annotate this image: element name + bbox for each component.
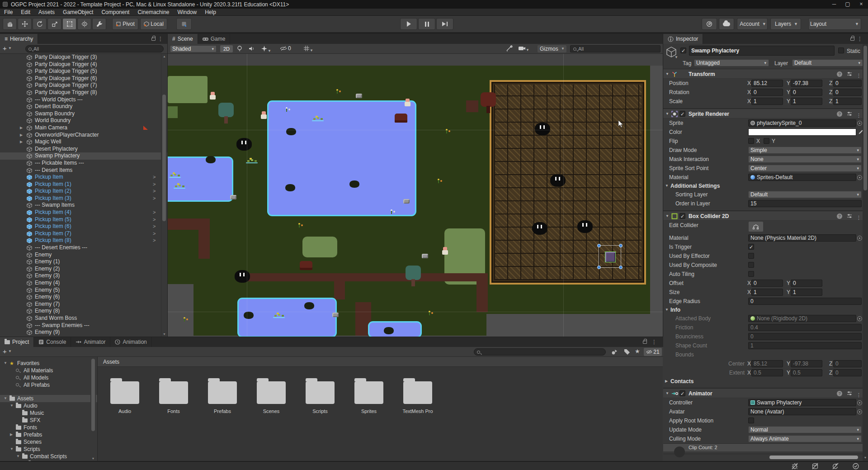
selection-handle[interactable] <box>619 266 623 269</box>
hierarchy-item-pickup-item-3-[interactable]: Pickup Item (3)> <box>0 195 167 202</box>
tab-console[interactable]: Console <box>34 337 71 347</box>
maximize-button[interactable]: ▢ <box>841 0 854 9</box>
offset-x-input[interactable]: 0 <box>751 280 783 287</box>
scale-z-input[interactable]: 1 <box>833 98 862 105</box>
hierarchy-item-enemy-4-[interactable]: Enemy (4) <box>0 280 167 287</box>
cloud-button[interactable] <box>719 18 734 30</box>
hierarchy-item-party-dialogue-trigger-5-[interactable]: Party Dialogue Trigger (5) <box>0 68 167 75</box>
project-search-input[interactable] <box>474 348 606 356</box>
step-button[interactable] <box>436 18 453 30</box>
tree-item-all-materials[interactable]: All Materials <box>0 367 97 374</box>
tab-game[interactable]: Game <box>198 34 231 44</box>
refresh-off-icon[interactable] <box>832 463 839 470</box>
scale-tool-button[interactable] <box>47 18 61 30</box>
selection-handle[interactable] <box>619 244 623 247</box>
kebab-menu-icon[interactable]: ⋮ <box>857 36 863 42</box>
menu-gameobject[interactable]: GameObject <box>59 9 97 16</box>
prefab-open-chevron-icon[interactable]: > <box>153 195 156 202</box>
expand-arrow-icon[interactable]: ▶ <box>20 132 23 139</box>
hierarchy-item-enemy-2-[interactable]: Enemy (2) <box>0 266 167 273</box>
lock-icon[interactable] <box>151 38 156 41</box>
component-header-transform[interactable]: ▼Transform?⋮ <box>663 69 863 79</box>
is-trigger-checkbox[interactable]: ✓ <box>748 244 754 250</box>
lock-icon[interactable] <box>643 341 647 344</box>
hierarchy-item--desert-enemies-[interactable]: --- Desert Enemies --- <box>0 244 167 252</box>
ok-icon[interactable] <box>852 463 859 470</box>
hierarchy-item-pickup-item-5-[interactable]: Pickup Item (5)> <box>0 216 167 223</box>
hierarchy-item-sand-worm-boss[interactable]: Sand Worm Boss <box>0 315 167 322</box>
prefab-open-chevron-icon[interactable]: > <box>153 223 156 230</box>
selection-handle[interactable] <box>597 266 601 269</box>
tree-item-all-prefabs[interactable]: All Prefabs <box>0 381 97 389</box>
hierarchy-item-party-dialogue-trigger-7-[interactable]: Party Dialogue Trigger (7) <box>0 82 167 89</box>
foldout-arrow-icon[interactable]: ▼ <box>665 306 669 314</box>
apply-root-motion-checkbox[interactable] <box>748 418 754 423</box>
tree-item-music[interactable]: Music <box>0 409 97 417</box>
hierarchy-item-pickup-item-7-[interactable]: Pickup Item (7)> <box>0 230 167 237</box>
gizmos-dropdown[interactable]: Gizmos▼ <box>538 45 566 52</box>
hidden-count-button[interactable]: 21 <box>644 348 662 356</box>
sprite-object-field[interactable]: phylacterySprite_0 <box>748 119 856 127</box>
hierarchy-item--pickable-items-[interactable]: --- Pickable Items --- <box>0 160 167 167</box>
object-picker-icon[interactable] <box>857 316 862 321</box>
hierarchy-item-party-dialogue-trigger-4-[interactable]: Party Dialogue Trigger (4) <box>0 61 167 68</box>
extent-y-input[interactable]: 0.5 <box>791 369 822 376</box>
prefab-open-chevron-icon[interactable]: > <box>153 216 156 223</box>
expand-arrow-icon[interactable]: ▼ <box>4 395 7 402</box>
rotation-z-input[interactable]: 0 <box>833 89 862 96</box>
preview-resize-handle[interactable] <box>769 456 858 459</box>
tree-item-assets[interactable]: ▼Assets <box>0 395 97 402</box>
tree-item-scenes[interactable]: Scenes <box>0 438 97 446</box>
hierarchy-item-enemy[interactable]: Enemy <box>0 252 167 259</box>
hierarchy-item-enemy-1-[interactable]: Enemy (1) <box>0 258 167 266</box>
move-tool-button[interactable] <box>18 18 32 30</box>
used-by-composite-checkbox[interactable] <box>748 262 754 268</box>
shading-mode-dropdown[interactable]: Shaded <box>170 45 217 52</box>
hierarchy-item-magic-well[interactable]: ▶Magic Well <box>0 138 167 146</box>
object-picker-icon[interactable] <box>857 236 862 241</box>
scale-y-input[interactable]: 1 <box>791 98 822 105</box>
shape-count-input[interactable]: 1 <box>748 342 862 349</box>
object-picker-icon[interactable] <box>857 175 862 180</box>
custom-tool-button[interactable] <box>92 18 106 30</box>
hierarchy-item-swamp-boundry[interactable]: Swamp Boundry <box>0 110 167 118</box>
size-y-input[interactable]: 1 <box>791 289 822 296</box>
hierarchy-item-party-dialogue-trigger-8-[interactable]: Party Dialogue Trigger (8) <box>0 89 167 96</box>
object-picker-icon[interactable] <box>857 400 862 405</box>
scene-visibility-toggle[interactable]: 0 <box>280 45 291 52</box>
scale-x-input[interactable]: 1 <box>751 98 783 105</box>
draw-mode-dropdown[interactable]: Simple <box>748 147 862 154</box>
expand-arrow-icon[interactable]: ▶ <box>20 124 23 132</box>
object-picker-icon[interactable] <box>857 409 862 414</box>
avatar-object-field[interactable]: None (Avatar) <box>748 408 856 415</box>
position-x-input[interactable]: 85.12 <box>751 80 783 87</box>
layer-dropdown[interactable]: Default <box>792 59 863 66</box>
position-z-input[interactable]: 0 <box>833 80 862 87</box>
mask-interaction-dropdown[interactable]: None <box>748 156 862 163</box>
culling-mode-dropdown[interactable]: Always Animate <box>748 435 862 442</box>
foldout-arrow-icon[interactable]: ▶ <box>665 377 668 385</box>
expand-arrow-icon[interactable]: ▼ <box>10 446 14 453</box>
hierarchy-item--swamp-items[interactable]: --- Swamp Items <box>0 202 167 209</box>
friction-input[interactable]: 0.4 <box>748 324 862 331</box>
attached-body-object-field[interactable]: None (Rigidbody 2D) <box>748 315 856 322</box>
hierarchy-item--desert-items[interactable]: --- Desert Items <box>0 167 167 174</box>
kebab-menu-icon[interactable]: ⋮ <box>158 36 163 42</box>
component-header-animator[interactable]: ▼✓Animator?⋮ <box>663 388 863 398</box>
extent-x-input[interactable]: 0.5 <box>751 369 783 376</box>
hierarchy-search-input[interactable]: All <box>25 45 164 52</box>
component-enabled-checkbox[interactable]: ✓ <box>679 111 685 117</box>
layout-dropdown[interactable]: Layout▼ <box>808 18 861 30</box>
selection-handle[interactable] <box>597 244 601 247</box>
component-enabled-checkbox[interactable]: ✓ <box>679 390 685 396</box>
tree-item-scripts[interactable]: ▼Scripts <box>0 446 97 453</box>
hierarchy-item-enemy-6-[interactable]: Enemy (6) <box>0 294 167 301</box>
center-x-input[interactable]: 85.12 <box>751 360 783 367</box>
hierarchy-item--world-objects-[interactable]: --- World Objects --- <box>0 96 167 104</box>
expand-arrow-icon[interactable]: ▼ <box>4 360 7 367</box>
hierarchy-item-pickup-item-8-[interactable]: Pickup Item (8)> <box>0 237 167 244</box>
sorting-layer-dropdown[interactable]: Default <box>748 191 862 198</box>
tab-animation[interactable]: Animation <box>110 337 151 347</box>
transform-tool-button[interactable] <box>77 18 91 30</box>
rotate-tool-button[interactable] <box>33 18 47 30</box>
